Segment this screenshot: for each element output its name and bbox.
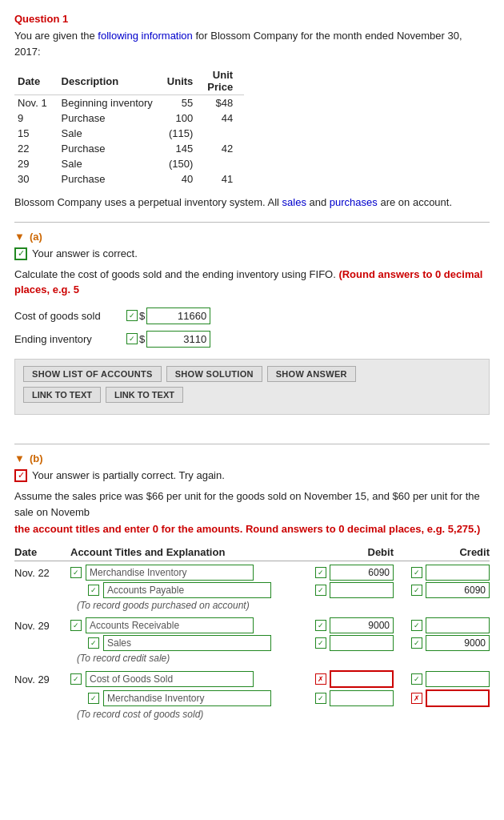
debit-input-merch-inv-2[interactable]: [330, 690, 394, 706]
row-desc: Purchase: [58, 141, 164, 156]
debit-cell: ✓: [298, 617, 394, 633]
col-header-date: Date: [14, 67, 58, 95]
credit-cell: ✓: [394, 565, 490, 581]
journal-row: Nov. 29 ✓ ✗ ✓: [14, 670, 490, 688]
account-input-accts-pay[interactable]: [103, 582, 271, 598]
status-text-a: Your answer is correct.: [32, 247, 138, 259]
collapse-arrow-b[interactable]: ▼: [14, 452, 25, 464]
row-units: 55: [164, 95, 205, 111]
intro-text: You are given the following information …: [14, 28, 490, 59]
acct-check: ✓: [88, 693, 99, 704]
credit-check: ✓: [411, 567, 422, 578]
debit-input-merch-inv-1[interactable]: [330, 565, 394, 581]
journal-date: Nov. 29: [14, 618, 70, 632]
debit-input-accts-pay[interactable]: [330, 582, 394, 598]
row-date: 9: [14, 111, 58, 126]
journal-table: Date Account Titles and Explanation Debi…: [14, 546, 490, 720]
table-row: 22 Purchase 145 42: [14, 141, 244, 156]
part-a-status: ✓ Your answer is correct.: [14, 247, 490, 260]
row-units: 100: [164, 111, 205, 126]
credit-cell: ✓: [394, 635, 490, 651]
credit-cell: ✓: [394, 671, 490, 687]
account-input-cogs[interactable]: [86, 671, 254, 687]
credit-input-merch-inv-1[interactable]: [426, 565, 490, 581]
debit-check: ✓: [315, 585, 326, 596]
row-price: 44: [204, 111, 244, 126]
row-date: 22: [14, 141, 58, 156]
journal-header: Date Account Titles and Explanation Debi…: [14, 546, 490, 561]
row-desc: Beginning inventory: [58, 95, 164, 111]
part-b-instruction: Assume the sales price was $66 per unit …: [14, 488, 490, 538]
credit-input-accts-rec[interactable]: [426, 617, 490, 633]
row-units: 145: [164, 141, 205, 156]
cogs-check: ✓: [126, 310, 138, 321]
acct-check: ✓: [88, 585, 99, 596]
buttons-area: SHOW LIST OF ACCOUNTS SHOW SOLUTION SHOW…: [14, 359, 490, 415]
cost-goods-sold-input[interactable]: [146, 308, 210, 324]
journal-row: Nov. 29 ✓ ✓ ✓: [14, 617, 490, 633]
cost-goods-sold-label: Cost of goods sold: [14, 310, 126, 322]
cost-goods-sold-row: Cost of goods sold ✓ $: [14, 308, 490, 324]
debit-input-sales[interactable]: [330, 635, 394, 651]
row-units: (115): [164, 126, 205, 141]
note-row: (To record credit sale): [14, 653, 490, 664]
journal-col-credit: Credit: [394, 546, 490, 558]
account-cell-indent: ✓: [70, 635, 298, 651]
collapse-arrow-a[interactable]: ▼: [14, 231, 25, 243]
dollar-sign-2: $: [139, 333, 145, 345]
row-desc: Sale: [58, 126, 164, 141]
row-units: (150): [164, 156, 205, 171]
credit-check: ✓: [411, 673, 422, 685]
debit-input-cogs[interactable]: [330, 670, 394, 688]
inventory-table: Date Description Units UnitPrice Nov. 1 …: [14, 67, 244, 187]
credit-input-sales[interactable]: [426, 635, 490, 651]
account-cell-indent: ✓: [70, 582, 298, 598]
row-price: 42: [204, 141, 244, 156]
account-input-merch-inv-2[interactable]: [103, 690, 271, 706]
journal-date-empty: [14, 589, 70, 591]
account-cell: ✓: [70, 565, 298, 581]
ending-inventory-label: Ending inventory: [14, 333, 126, 345]
row-date: 30: [14, 171, 58, 187]
link-to-text-2-button[interactable]: LINK TO TEXT: [106, 387, 183, 403]
row-price: 41: [204, 171, 244, 187]
acct-check: ✓: [70, 567, 82, 578]
show-solution-button[interactable]: SHOW SOLUTION: [166, 366, 262, 382]
journal-row: Nov. 22 ✓ ✓ ✓: [14, 565, 490, 581]
journal-row: ✓ ✓ ✓: [14, 582, 490, 598]
account-input-sales[interactable]: [103, 635, 271, 651]
row-price: $48: [204, 95, 244, 111]
journal-col-account: Account Titles and Explanation: [70, 546, 298, 558]
account-input-accts-rec[interactable]: [86, 617, 254, 633]
debit-cell: ✓: [298, 582, 394, 598]
credit-input-merch-inv-2[interactable]: [426, 689, 490, 707]
account-input-merch-inv-1[interactable]: [86, 565, 254, 581]
table-row: 29 Sale (150): [14, 156, 244, 171]
journal-date-empty: [14, 697, 70, 699]
table-row: Nov. 1 Beginning inventory 55 $48: [14, 95, 244, 111]
row-date: 29: [14, 156, 58, 171]
part-a-header: ▼ (a): [14, 231, 490, 243]
acct-check: ✓: [70, 673, 82, 685]
btn-row-2: LINK TO TEXT LINK TO TEXT: [23, 387, 481, 403]
col-header-description: Description: [58, 67, 164, 95]
note-text: (To record credit sale): [70, 653, 298, 664]
note-row: (To record cost of goods sold): [14, 709, 490, 720]
debit-input-accts-rec[interactable]: [330, 617, 394, 633]
debit-cell: ✓: [298, 635, 394, 651]
show-answer-button[interactable]: SHOW ANSWER: [267, 366, 356, 382]
part-a-label: (a): [30, 231, 42, 243]
credit-input-cogs[interactable]: [426, 671, 490, 687]
note-row: (To record goods purchased on account): [14, 600, 490, 611]
journal-date: Nov. 29: [14, 672, 70, 685]
debit-cell: ✓: [298, 690, 394, 706]
acct-check: ✓: [70, 620, 82, 631]
show-list-button[interactable]: SHOW LIST OF ACCOUNTS: [23, 366, 162, 382]
row-date: Nov. 1: [14, 95, 58, 111]
credit-input-accts-pay[interactable]: [426, 582, 490, 598]
link-to-text-1-button[interactable]: LINK TO TEXT: [23, 387, 101, 403]
status-text-b: Your answer is partially correct. Try ag…: [32, 469, 225, 481]
ending-inventory-input[interactable]: [146, 331, 210, 348]
credit-cell: ✗: [394, 689, 490, 707]
table-row: 15 Sale (115): [14, 126, 244, 141]
